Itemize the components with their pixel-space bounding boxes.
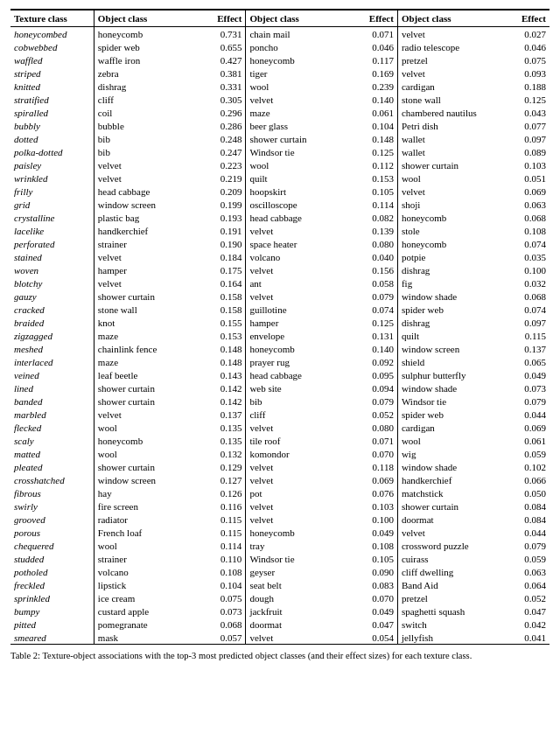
cell-17-3: volcano <box>246 250 353 263</box>
cell-34-3: velvet <box>246 473 353 486</box>
cell-42-4: 0.083 <box>353 578 397 591</box>
cell-26-6: 0.049 <box>505 368 550 381</box>
table-row: freckledlipstick0.104seat belt0.083Band … <box>10 578 550 591</box>
cell-8-2: 0.248 <box>201 132 246 145</box>
cell-41-4: 0.090 <box>353 565 397 578</box>
cell-38-2: 0.115 <box>201 526 246 539</box>
cell-44-3: jackfruit <box>246 604 353 618</box>
cell-32-3: komondor <box>246 447 353 460</box>
cell-17-6: 0.035 <box>505 250 550 263</box>
cell-24-6: 0.137 <box>505 342 550 355</box>
cell-0-2: 0.731 <box>201 27 246 41</box>
cell-46-0: smeared <box>10 631 94 645</box>
cell-20-1: shower curtain <box>94 290 200 303</box>
cell-16-3: space heater <box>246 237 353 250</box>
cell-35-3: pot <box>246 486 353 499</box>
cell-20-3: velvet <box>246 290 353 303</box>
cell-28-1: shower curtain <box>94 394 200 408</box>
cell-28-4: 0.079 <box>353 394 397 408</box>
cell-30-6: 0.069 <box>505 421 550 434</box>
cell-4-0: knitted <box>10 80 94 93</box>
cell-7-4: 0.104 <box>353 119 397 132</box>
cell-13-5: shoji <box>397 198 504 211</box>
table-row: porousFrench loaf0.115honeycomb0.049velv… <box>10 526 550 539</box>
cell-19-4: 0.058 <box>353 276 397 290</box>
cell-9-4: 0.125 <box>353 145 397 158</box>
cell-32-4: 0.070 <box>353 447 397 460</box>
cell-40-0: studded <box>10 552 94 565</box>
cell-36-2: 0.116 <box>201 499 246 513</box>
cell-45-3: doormat <box>246 618 353 631</box>
table-row: spiralledcoil0.296maze0.061chambered nau… <box>10 106 550 119</box>
cell-40-6: 0.059 <box>505 552 550 565</box>
cell-3-1: zebra <box>94 66 200 80</box>
cell-2-4: 0.117 <box>353 53 397 66</box>
cell-14-3: head cabbage <box>246 211 353 224</box>
cell-33-2: 0.129 <box>201 460 246 473</box>
cell-30-4: 0.080 <box>353 421 397 434</box>
cell-16-1: strainer <box>94 237 200 250</box>
cell-10-0: paisley <box>10 158 94 171</box>
cell-5-0: stratified <box>10 93 94 106</box>
cell-8-0: dotted <box>10 132 94 145</box>
table-row: veinedleaf beetle0.143head cabbage0.095s… <box>10 368 550 381</box>
cell-24-2: 0.148 <box>201 342 246 355</box>
cell-37-3: velvet <box>246 513 353 526</box>
cell-33-1: shower curtain <box>94 460 200 473</box>
cell-27-3: web site <box>246 381 353 394</box>
cell-4-4: 0.239 <box>353 80 397 93</box>
cell-8-3: shower curtain <box>246 132 353 145</box>
cell-16-0: perforated <box>10 237 94 250</box>
header-obj3: Object class <box>397 10 504 27</box>
table-row: stratifiedcliff0.305velvet0.140stone wal… <box>10 93 550 106</box>
cell-40-2: 0.110 <box>201 552 246 565</box>
header-eff1: Effect <box>201 10 246 27</box>
cell-45-4: 0.047 <box>353 618 397 631</box>
table-row: paisleyvelvet0.223wool0.112shower curtai… <box>10 158 550 171</box>
table-row: waffledwaffle iron0.427honeycomb0.117pre… <box>10 53 550 66</box>
table-row: pleatedshower curtain0.129velvet0.118win… <box>10 460 550 473</box>
cell-18-0: woven <box>10 263 94 276</box>
cell-25-4: 0.092 <box>353 355 397 368</box>
cell-22-6: 0.097 <box>505 316 550 329</box>
table-row: gridwindow screen0.199oscilloscope0.114s… <box>10 198 550 211</box>
cell-36-0: swirly <box>10 499 94 513</box>
cell-28-3: bib <box>246 394 353 408</box>
cell-42-3: seat belt <box>246 578 353 591</box>
cell-40-5: cuirass <box>397 552 504 565</box>
cell-0-4: 0.071 <box>353 27 397 41</box>
cell-34-0: crosshatched <box>10 473 94 486</box>
table-row: crystallineplastic bag0.193head cabbage0… <box>10 211 550 224</box>
table-row: mattedwool0.132komondor0.070wig0.059 <box>10 447 550 460</box>
cell-19-0: blotchy <box>10 276 94 290</box>
cell-21-4: 0.074 <box>353 303 397 316</box>
cell-14-1: plastic bag <box>94 211 200 224</box>
cell-18-5: dishrag <box>397 263 504 276</box>
cell-3-5: velvet <box>397 66 504 80</box>
table-caption: Table 2: Texture-object associations wit… <box>10 650 550 663</box>
cell-24-1: chainlink fence <box>94 342 200 355</box>
cell-34-1: window screen <box>94 473 200 486</box>
cell-13-1: window screen <box>94 198 200 211</box>
cell-30-2: 0.135 <box>201 421 246 434</box>
cell-4-3: wool <box>246 80 353 93</box>
table-row: interlacedmaze0.148prayer rug0.092shield… <box>10 355 550 368</box>
cell-32-5: wig <box>397 447 504 460</box>
cell-38-1: French loaf <box>94 526 200 539</box>
cell-35-0: fibrous <box>10 486 94 499</box>
cell-23-3: envelope <box>246 329 353 342</box>
cell-36-6: 0.084 <box>505 499 550 513</box>
cell-37-0: grooved <box>10 513 94 526</box>
cell-2-0: waffled <box>10 53 94 66</box>
cell-28-5: Windsor tie <box>397 394 504 408</box>
table-row: frillyhead cabbage0.209hoopskirt0.105vel… <box>10 185 550 198</box>
cell-4-6: 0.188 <box>505 80 550 93</box>
cell-3-6: 0.093 <box>505 66 550 80</box>
cell-18-6: 0.100 <box>505 263 550 276</box>
cell-4-2: 0.331 <box>201 80 246 93</box>
cell-41-0: potholed <box>10 565 94 578</box>
cell-42-0: freckled <box>10 578 94 591</box>
cell-40-4: 0.105 <box>353 552 397 565</box>
cell-38-5: velvet <box>397 526 504 539</box>
cell-10-6: 0.103 <box>505 158 550 171</box>
